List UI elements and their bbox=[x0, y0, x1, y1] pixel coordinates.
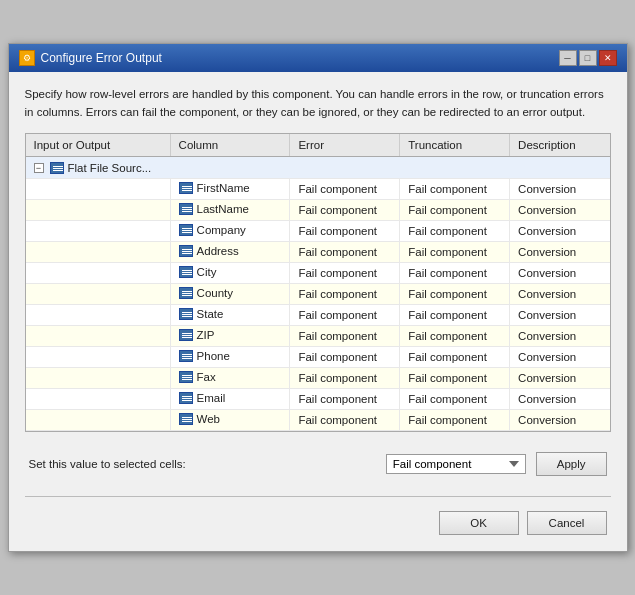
row-input-output bbox=[26, 409, 171, 430]
dialog-icon: ⚙ bbox=[19, 50, 35, 66]
row-truncation: Fail component bbox=[400, 199, 510, 220]
row-column: LastName bbox=[170, 199, 290, 220]
row-input-output bbox=[26, 346, 171, 367]
row-icon-group: FirstName bbox=[179, 182, 250, 194]
separator bbox=[25, 496, 611, 497]
row-column-name: LastName bbox=[197, 203, 249, 215]
row-input-output bbox=[26, 367, 171, 388]
col-header-error: Error bbox=[290, 134, 400, 157]
ok-button[interactable]: OK bbox=[439, 511, 519, 535]
bottom-buttons: OK Cancel bbox=[25, 507, 611, 541]
row-input-output bbox=[26, 178, 171, 199]
row-column-name: Web bbox=[197, 413, 220, 425]
column-icon bbox=[179, 392, 193, 404]
row-input-output bbox=[26, 220, 171, 241]
column-icon bbox=[179, 182, 193, 194]
table-row: State Fail component Fail component Conv… bbox=[26, 304, 610, 325]
row-description: Conversion bbox=[510, 388, 610, 409]
row-column: Company bbox=[170, 220, 290, 241]
row-truncation: Fail component bbox=[400, 367, 510, 388]
row-icon-group: Fax bbox=[179, 371, 216, 383]
row-description: Conversion bbox=[510, 304, 610, 325]
column-icon bbox=[179, 245, 193, 257]
table-row: Web Fail component Fail component Conver… bbox=[26, 409, 610, 430]
row-input-output bbox=[26, 388, 171, 409]
row-description: Conversion bbox=[510, 367, 610, 388]
row-description: Conversion bbox=[510, 241, 610, 262]
row-column: Fax bbox=[170, 367, 290, 388]
row-error: Fail component bbox=[290, 199, 400, 220]
row-column: Phone bbox=[170, 346, 290, 367]
row-column: State bbox=[170, 304, 290, 325]
row-column-name: Address bbox=[197, 245, 239, 257]
row-description: Conversion bbox=[510, 325, 610, 346]
close-button[interactable]: ✕ bbox=[599, 50, 617, 66]
title-controls: ─ □ ✕ bbox=[559, 50, 617, 66]
row-column: City bbox=[170, 262, 290, 283]
dialog-body: Specify how row-level errors are handled… bbox=[9, 72, 627, 551]
cancel-button[interactable]: Cancel bbox=[527, 511, 607, 535]
row-description: Conversion bbox=[510, 220, 610, 241]
row-icon-group: Web bbox=[179, 413, 220, 425]
row-description: Conversion bbox=[510, 178, 610, 199]
set-value-label: Set this value to selected cells: bbox=[29, 458, 186, 470]
minimize-button[interactable]: ─ bbox=[559, 50, 577, 66]
row-error: Fail component bbox=[290, 283, 400, 304]
row-input-output bbox=[26, 241, 171, 262]
row-icon-group: Phone bbox=[179, 350, 230, 362]
source-name: Flat File Sourc... bbox=[68, 162, 152, 174]
source-header-cell: − Flat File Sourc... bbox=[26, 156, 610, 178]
row-error: Fail component bbox=[290, 388, 400, 409]
set-value-dropdown[interactable]: Fail componentIgnore failureRedirect row bbox=[386, 454, 526, 474]
row-icon-group: City bbox=[179, 266, 217, 278]
row-icon-group: ZIP bbox=[179, 329, 215, 341]
row-truncation: Fail component bbox=[400, 346, 510, 367]
apply-button[interactable]: Apply bbox=[536, 452, 607, 476]
table-row: Address Fail component Fail component Co… bbox=[26, 241, 610, 262]
table-row: Email Fail component Fail component Conv… bbox=[26, 388, 610, 409]
title-bar-left: ⚙ Configure Error Output bbox=[19, 50, 162, 66]
row-truncation: Fail component bbox=[400, 241, 510, 262]
row-column-name: City bbox=[197, 266, 217, 278]
row-error: Fail component bbox=[290, 346, 400, 367]
row-error: Fail component bbox=[290, 178, 400, 199]
row-error: Fail component bbox=[290, 325, 400, 346]
column-icon bbox=[179, 203, 193, 215]
row-input-output bbox=[26, 304, 171, 325]
row-column-name: State bbox=[197, 308, 224, 320]
row-column: FirstName bbox=[170, 178, 290, 199]
table-row: City Fail component Fail component Conve… bbox=[26, 262, 610, 283]
table-row: Company Fail component Fail component Co… bbox=[26, 220, 610, 241]
column-icon bbox=[179, 308, 193, 320]
row-icon-group: State bbox=[179, 308, 224, 320]
row-input-output bbox=[26, 325, 171, 346]
row-input-output bbox=[26, 283, 171, 304]
dialog-title: Configure Error Output bbox=[41, 51, 162, 65]
row-description: Conversion bbox=[510, 346, 610, 367]
table-row: LastName Fail component Fail component C… bbox=[26, 199, 610, 220]
table-icon bbox=[50, 162, 64, 174]
expand-icon[interactable]: − bbox=[34, 163, 44, 173]
error-output-table: Input or Output Column Error Truncation … bbox=[26, 134, 610, 431]
row-column-name: FirstName bbox=[197, 182, 250, 194]
row-truncation: Fail component bbox=[400, 325, 510, 346]
table-row: FirstName Fail component Fail component … bbox=[26, 178, 610, 199]
row-description: Conversion bbox=[510, 409, 610, 430]
row-icon-group: LastName bbox=[179, 203, 249, 215]
column-icon bbox=[179, 350, 193, 362]
row-truncation: Fail component bbox=[400, 220, 510, 241]
column-icon bbox=[179, 224, 193, 236]
row-column-name: Email bbox=[197, 392, 226, 404]
set-value-row: Set this value to selected cells: Fail c… bbox=[25, 446, 611, 482]
column-icon bbox=[179, 413, 193, 425]
row-error: Fail component bbox=[290, 367, 400, 388]
row-error: Fail component bbox=[290, 262, 400, 283]
row-column-name: ZIP bbox=[197, 329, 215, 341]
title-bar: ⚙ Configure Error Output ─ □ ✕ bbox=[9, 44, 627, 72]
row-column: Address bbox=[170, 241, 290, 262]
column-icon bbox=[179, 266, 193, 278]
source-header-row: − Flat File Sourc... bbox=[26, 156, 610, 178]
row-truncation: Fail component bbox=[400, 283, 510, 304]
restore-button[interactable]: □ bbox=[579, 50, 597, 66]
row-column: County bbox=[170, 283, 290, 304]
